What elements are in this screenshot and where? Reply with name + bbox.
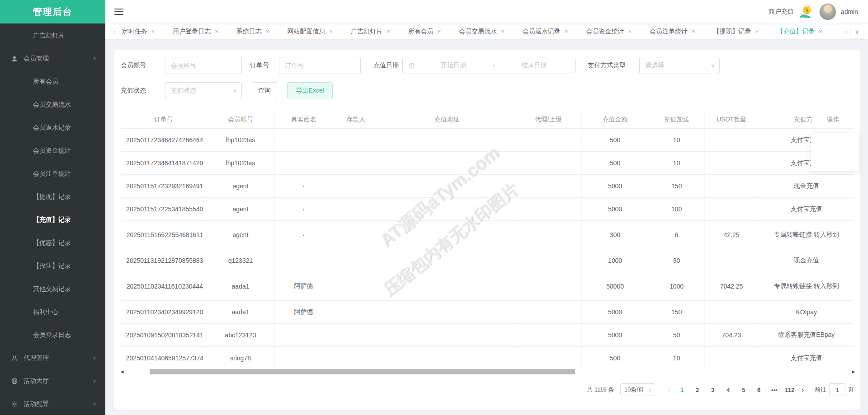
cell-usdt-amount — [704, 129, 759, 152]
table-body: 2025011723464274266464 lhp1023as 500 10 … — [121, 129, 854, 370]
date-range-picker[interactable]: 开始日期 - 结束日期 — [402, 57, 576, 74]
table-row: 2025011723464141871429 lhp1023as 500 10 … — [121, 152, 854, 175]
sidebar-group-agent-management[interactable]: 代理管理 ∨ — [0, 346, 105, 369]
sidebar-item[interactable]: 会员登录日志 — [0, 323, 105, 346]
tab[interactable]: 用户登录日志 × — [173, 28, 218, 36]
close-icon[interactable]: × — [215, 28, 218, 35]
username[interactable]: admin — [841, 8, 858, 15]
member-account-input[interactable] — [165, 62, 241, 69]
tab[interactable]: 【提现】记录 × — [713, 28, 759, 36]
sidebar-group-activity-config[interactable]: 活动配置 ∨ — [0, 392, 105, 415]
close-icon[interactable]: × — [329, 28, 333, 35]
scrollbar-thumb[interactable] — [150, 369, 575, 374]
page-number[interactable]: 2 — [692, 383, 703, 396]
cell-recharge-bonus: 150 — [649, 301, 704, 324]
order-no-input[interactable] — [279, 62, 360, 69]
close-icon[interactable]: × — [387, 28, 390, 35]
page-number[interactable]: 112 — [784, 383, 796, 396]
sidebar-item[interactable]: 【优惠】记录 — [0, 231, 105, 254]
tab[interactable]: 广告幻灯片 × — [351, 28, 390, 36]
chevron-down-icon: ∨ — [233, 88, 237, 94]
member-account-label: 会员帐号 — [121, 61, 165, 70]
cell-member-account: lhp1023as — [207, 152, 274, 175]
tab[interactable]: 会员交易流水 × — [459, 28, 505, 36]
sidebar-item[interactable]: 会员资金统计 — [0, 139, 105, 162]
tab[interactable]: 网站配置信息 × — [287, 28, 333, 36]
cell-depositor — [333, 129, 379, 152]
gear-icon — [11, 401, 18, 408]
close-icon[interactable]: × — [628, 28, 632, 35]
tab[interactable]: 会员资金统计 × — [586, 28, 632, 36]
records-table-zone: 订单号 会员帐号 真实姓名 存款人 充值地址 代理/上级 充值金额 充值加送 U… — [121, 111, 854, 370]
page-number[interactable]: 6 — [753, 383, 765, 396]
sidebar-item[interactable]: 其他交易记录 — [0, 277, 105, 300]
sidebar-item[interactable]: 【提现】记录 — [0, 185, 105, 208]
end-date-placeholder[interactable]: 结束日期 — [498, 61, 570, 70]
scroll-left-arrow-icon[interactable]: ◀ — [119, 368, 125, 375]
sidebar-item[interactable]: 【投注】记录 — [0, 254, 105, 277]
horizontal-scrollbar: ◀ ▶ — [121, 368, 854, 375]
col-recharge-amount: 充值金额 — [581, 111, 649, 129]
page-number[interactable]: 5 — [738, 383, 750, 396]
sidebar-item[interactable]: 福利中心 — [0, 300, 105, 323]
table-row: 2025010414065912577374 sring78 500 10 支付… — [121, 347, 854, 370]
page-number[interactable]: 4 — [722, 383, 734, 396]
table-row: 2025011517225341855540 agent · 5000 100 … — [121, 198, 854, 221]
export-excel-button[interactable]: 导出Excel — [287, 82, 333, 99]
close-icon[interactable]: × — [755, 28, 759, 35]
sidebar-group-member-management[interactable]: 会员管理 ∧ — [0, 47, 105, 70]
cell-recharge-amount: 50000 — [581, 272, 649, 301]
tab[interactable]: 会员注单统计 × — [650, 28, 695, 36]
cell-agent-parent — [515, 129, 581, 152]
cell-recharge-address — [379, 347, 515, 370]
cell-real-name: · — [274, 198, 333, 221]
chevron-down-icon: ∨ — [93, 401, 96, 407]
start-date-placeholder[interactable]: 开始日期 — [418, 61, 489, 70]
tabs-scroll-left-icon[interactable]: ‹ — [113, 28, 116, 35]
pay-type-select[interactable]: 请选择 ∨ — [639, 57, 720, 74]
sidebar-group-activity-hall[interactable]: 活动大厅 ∨ — [0, 369, 105, 392]
coin-hand-icon[interactable]: $ — [798, 3, 815, 20]
order-no-label: 订单号 — [250, 61, 279, 70]
next-page-button[interactable]: › — [802, 387, 804, 393]
tab[interactable]: 系统日志 × — [236, 28, 269, 36]
scroll-right-arrow-icon[interactable]: ▶ — [850, 368, 857, 375]
col-depositor: 存款人 — [333, 111, 379, 129]
avatar[interactable] — [819, 3, 836, 20]
sidebar-item[interactable]: 会员交易流水 — [0, 93, 105, 116]
page-number[interactable]: 3 — [707, 383, 719, 396]
cell-recharge-address — [379, 175, 515, 198]
sidebar-item[interactable]: 所有会员 — [0, 70, 105, 93]
goto-page-input[interactable] — [829, 383, 845, 396]
close-icon[interactable]: × — [438, 28, 441, 35]
cell-recharge-method: 支付宝充值 — [759, 347, 854, 370]
cell-depositor — [333, 324, 379, 347]
sidebar-item[interactable]: 【充值】记录 — [0, 208, 105, 231]
recharge-status-select[interactable]: 充值状态 ∨ — [165, 82, 242, 99]
query-button[interactable]: 查询 — [252, 82, 277, 99]
sidebar-item[interactable]: 会员注单统计 — [0, 162, 105, 185]
tabs-scroll-right-icon[interactable]: › — [845, 28, 847, 35]
close-icon[interactable]: × — [692, 28, 695, 35]
close-icon[interactable]: × — [151, 28, 155, 35]
merchant-recharge-link[interactable]: 商户充值 — [769, 8, 794, 16]
close-icon[interactable]: × — [565, 28, 568, 35]
hamburger-menu-icon[interactable] — [114, 7, 123, 17]
tab[interactable]: 【充值】记录 × — [777, 28, 822, 36]
page-number[interactable]: ••• — [769, 383, 780, 396]
tab[interactable]: 所有会员 × — [408, 28, 441, 36]
sidebar-item[interactable]: 会员返水记录 — [0, 116, 105, 139]
col-agent-parent: 代理/上级 — [515, 111, 581, 129]
close-icon[interactable]: × — [266, 28, 269, 35]
close-icon[interactable]: × — [501, 28, 505, 35]
prev-page-button[interactable]: ‹ — [668, 387, 670, 393]
chevron-down-icon: ∨ — [93, 378, 96, 384]
sidebar-item-ad-slides[interactable]: 广告幻灯片 — [0, 24, 105, 47]
cell-depositor — [333, 272, 379, 301]
tab[interactable]: 定时任务 × — [122, 28, 155, 36]
tabs-dropdown-icon[interactable]: ∨ — [851, 25, 863, 38]
page-number[interactable]: 1 — [676, 383, 688, 396]
tab[interactable]: 会员返水记录 × — [523, 28, 568, 36]
close-icon[interactable]: × — [819, 28, 822, 35]
page-size-select[interactable]: 10条/页 ∨ — [620, 383, 655, 396]
